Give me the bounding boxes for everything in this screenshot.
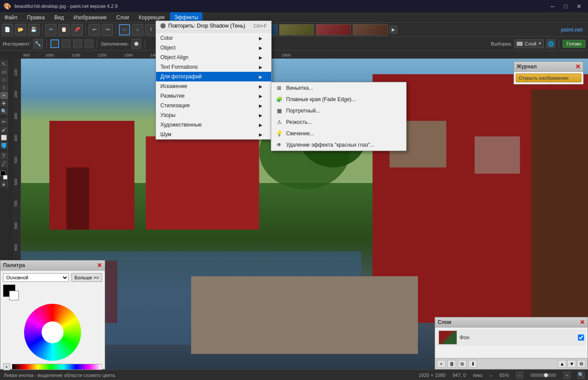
tool-select-rect[interactable]: ▭ bbox=[0, 68, 7, 75]
menu-noise[interactable]: Шум▶ bbox=[156, 130, 271, 139]
tool-eraser[interactable]: ⬜ bbox=[0, 134, 7, 141]
layer-visibility-checkbox[interactable] bbox=[578, 334, 584, 341]
journal-close-button[interactable]: ✕ bbox=[575, 63, 581, 70]
redo-button[interactable]: ↪ bbox=[102, 24, 113, 35]
tool-opt-2[interactable] bbox=[62, 39, 71, 48]
svg-rect-23 bbox=[50, 121, 135, 230]
tool-line[interactable]: ╱ bbox=[0, 160, 7, 167]
sharpness-icon: ⚠ bbox=[276, 119, 283, 126]
copy-button[interactable]: 📋 bbox=[58, 24, 70, 35]
delete-layer-button[interactable]: 🗑 bbox=[447, 360, 456, 368]
tool-magic-wand[interactable]: ✦ bbox=[0, 92, 7, 99]
merge-layer-button[interactable]: ⬇ bbox=[468, 360, 477, 368]
paste-button[interactable]: 📌 bbox=[71, 24, 83, 35]
add-color-button[interactable]: + bbox=[3, 363, 10, 370]
glow-icon: 💡 bbox=[276, 130, 283, 137]
selection-icon[interactable]: 🌐 bbox=[546, 39, 555, 48]
tool-brush[interactable]: 🖌 bbox=[0, 126, 7, 133]
app-logo: paint.net bbox=[561, 27, 583, 33]
menu-layers[interactable]: Слои bbox=[112, 12, 133, 22]
zoom-decrease-button[interactable]: – bbox=[516, 372, 523, 379]
open-button[interactable]: 📂 bbox=[15, 24, 26, 35]
tool-panel: ↖ ▭ ○ ⌇ ✦ ✚ 🔍 ✏ 🖌 ⬜ 🪣 T ╱ ▲ bbox=[0, 59, 8, 189]
search-button[interactable]: 🔍 bbox=[577, 372, 584, 379]
tool-opt-1[interactable] bbox=[50, 39, 59, 48]
image-tab-5[interactable] bbox=[353, 24, 388, 35]
tab-scroll-right[interactable]: ▶ bbox=[390, 26, 397, 34]
add-layer-button[interactable]: + bbox=[437, 360, 446, 368]
tool-text[interactable]: T bbox=[0, 152, 7, 159]
cut-button[interactable]: ✂ bbox=[45, 24, 57, 35]
ready-button[interactable]: Готово bbox=[563, 40, 585, 48]
tool-pencil[interactable]: ✏ bbox=[0, 118, 7, 125]
secondary-color-swatch[interactable] bbox=[9, 291, 19, 300]
menu-artistic[interactable]: Художественные▶ bbox=[156, 120, 271, 130]
image-tab-3[interactable] bbox=[279, 24, 314, 35]
tool-lasso[interactable]: ⌇ bbox=[0, 84, 7, 91]
photo-submenu: ⊞ Виньетка... 🧩 Плавные края (Fade Edge)… bbox=[271, 82, 407, 151]
undo-button[interactable]: ↩ bbox=[89, 24, 100, 35]
svg-text:100: 100 bbox=[14, 69, 18, 76]
tool-shape[interactable]: ▲ bbox=[0, 180, 7, 187]
select-rect-btn[interactable]: ▭ bbox=[119, 24, 130, 35]
menu-object-align[interactable]: Object Align▶ bbox=[156, 53, 271, 62]
zoom-slider[interactable] bbox=[530, 373, 556, 377]
save-button[interactable]: 💾 bbox=[28, 24, 39, 35]
journal-panel: Журнал ✕ Открыть изображение bbox=[514, 61, 584, 84]
color-wheel[interactable] bbox=[24, 304, 81, 361]
layer-row-bg: Фон bbox=[437, 329, 586, 346]
select-ellipse-btn[interactable]: ○ bbox=[132, 24, 143, 35]
menu-distort[interactable]: Искажение▶ bbox=[156, 81, 271, 91]
tool-opt-4[interactable] bbox=[85, 39, 93, 48]
svg-text:1100: 1100 bbox=[71, 53, 80, 57]
menu-image[interactable]: Изображение bbox=[69, 12, 111, 22]
menu-patterns[interactable]: Узоры▶ bbox=[156, 110, 271, 120]
layer-move-up-button[interactable]: ▲ bbox=[558, 360, 567, 368]
maximize-button[interactable]: □ bbox=[560, 2, 571, 11]
palette-more-button[interactable]: Больше >> bbox=[71, 273, 102, 282]
submenu-sharpness[interactable]: ⚠ Резкость... bbox=[271, 116, 406, 128]
image-tab-4[interactable] bbox=[316, 24, 351, 35]
selection-mode-dropdown[interactable]: Слой ▼ bbox=[514, 39, 544, 48]
svg-text:1000: 1000 bbox=[45, 53, 54, 57]
menu-blur[interactable]: Размытие▶ bbox=[156, 91, 271, 101]
tool-zoom[interactable]: 🔍 bbox=[0, 108, 7, 115]
effects-repeat-item[interactable]: Повторить: Drop Shadow (Тень) Ctrl+F bbox=[156, 21, 271, 31]
open-image-button[interactable]: Открыть изображение bbox=[516, 74, 581, 82]
submenu-red-eye[interactable]: 👁 Удаление эффекта "красных глаз"... bbox=[271, 139, 406, 151]
menu-file[interactable]: Файл bbox=[0, 12, 22, 22]
menu-edit[interactable]: Правка bbox=[23, 12, 50, 22]
select-lasso-btn[interactable]: ⌇ bbox=[145, 24, 156, 35]
submenu-fade-edge[interactable]: 🧩 Плавные края (Fade Edge)... bbox=[271, 94, 406, 105]
submenu-portrait[interactable]: ▦ Портретный... bbox=[271, 105, 406, 116]
minimize-button[interactable]: ─ bbox=[547, 2, 558, 11]
layer-properties-button[interactable]: ⚙ bbox=[577, 360, 586, 368]
submenu-vignette[interactable]: ⊞ Виньетка... bbox=[271, 82, 406, 94]
tool-move[interactable]: ✚ bbox=[0, 100, 7, 107]
zoom-increase-button[interactable]: + bbox=[563, 372, 570, 379]
tool-pointer[interactable]: ↖ bbox=[0, 60, 7, 67]
new-button[interactable]: 📄 bbox=[2, 24, 13, 35]
layer-move-down-button[interactable]: ▼ bbox=[567, 360, 576, 368]
menu-for-photos[interactable]: Для фотографий▶ bbox=[156, 72, 271, 81]
menu-text-formations[interactable]: Text Formations▶ bbox=[156, 62, 271, 72]
menu-object[interactable]: Object▶ bbox=[156, 43, 271, 53]
palette-close-button[interactable]: ✕ bbox=[97, 262, 102, 269]
svg-text:500: 500 bbox=[14, 157, 18, 163]
tool-opt-3[interactable] bbox=[73, 39, 82, 48]
tool-fill[interactable]: 🪣 bbox=[0, 142, 7, 149]
submenu-glow[interactable]: 💡 Свечение... bbox=[271, 128, 406, 139]
menu-sep-1 bbox=[156, 32, 271, 32]
menu-view[interactable]: Вид bbox=[50, 12, 68, 22]
close-button[interactable]: ✕ bbox=[573, 2, 584, 11]
tool-select-ellipse[interactable]: ○ bbox=[0, 76, 7, 83]
effects-menu: Повторить: Drop Shadow (Тень) Ctrl+F Col… bbox=[156, 21, 272, 140]
layers-close-button[interactable]: ✕ bbox=[580, 319, 585, 326]
palette-type-select[interactable]: Основной bbox=[3, 273, 69, 282]
duplicate-layer-button[interactable]: ⧉ bbox=[458, 360, 467, 368]
menu-color[interactable]: Color▶ bbox=[156, 33, 271, 43]
svg-text:1200: 1200 bbox=[98, 53, 106, 57]
menu-stylize[interactable]: Стилизация▶ bbox=[156, 101, 271, 110]
journal-title-bar: Журнал ✕ bbox=[514, 62, 583, 72]
bg-color-swatch[interactable] bbox=[3, 175, 7, 179]
